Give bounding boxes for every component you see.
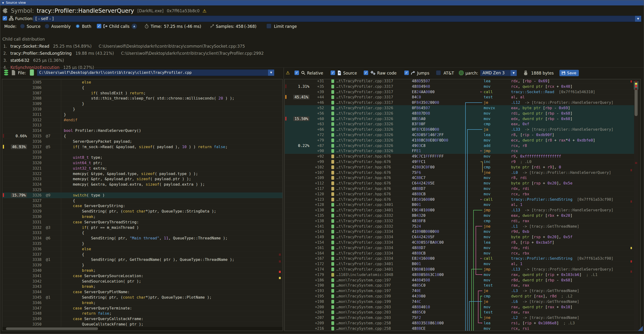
child-calls-checkbox[interactable]: ✓ [96,23,102,28]
source-line[interactable]: 3329 SendString( ptr, (const char*)ptr, … [2,208,282,214]
source-line[interactable]: 0.66%3315@7{ [2,133,282,139]
asm-row[interactable]: +190…mon\TracySystem.cpp:1974885C0testra… [285,283,634,288]
asm-row[interactable]: +128…t\TracyProfiler.cpp:3401B001moval, … [285,202,634,208]
asm-row[interactable]: +141…t\TracyProfiler.cpp:33327524jne.L1 … [285,224,634,229]
asm-row[interactable]: +207…mon\TracySystem.cpp:20375F2jne.L2 -… [285,315,634,321]
asm-source-location[interactable]: …1103\include\atomic:1048 [336,272,393,277]
asm-source-location[interactable]: …t\TracyProfiler.hpp:676 [336,165,391,170]
source-line[interactable]: 3323 memcpy( &ptr, &payload.ptr, sizeof(… [2,176,282,182]
asm-source-location[interactable]: …t\TracyProfiler.cpp:3326 [336,143,393,148]
child-calls-expand-button[interactable]: ▲ [131,23,137,29]
source-line[interactable]: 3349 case ServerQueryCallstackFrame: [2,316,282,322]
source-line[interactable]: 3316 ServerQueryPacket payload; [2,139,282,144]
source-line[interactable]: 3335 } [2,241,282,246]
asm-row[interactable]: 15.50%+60…t\TracyProfiler.cpp:33268B55A0… [285,116,634,122]
asm-source-location[interactable]: …t\TracyProfiler.cpp:3401 [336,267,393,272]
source-line[interactable]: 3341 case ServerQuerySourceLocation: [2,273,282,279]
source-line[interactable]: 3347 case ServerQueryTerminate: [2,306,282,311]
child-call-item[interactable]: 1.tracy::Socket::Read25.25 ms (54.89%)C:… [3,44,245,49]
asm-row[interactable]: +79…t\TracyProfiler.cpp:3326418B8C80E0BF… [285,138,634,143]
asm-row[interactable]: 45.41%+44…t\TracyProfiler.cpp:331784C0te… [285,94,634,100]
source-line[interactable]: 3321 uint32_t extra; [2,166,282,171]
window-titlebar[interactable]: ▼Source view [0,0,644,5]
asm-source-location[interactable]: …t\TracyProfiler.cpp:3332 [336,218,393,224]
asm-source-location[interactable]: …t\TracyProfiler.hpp:676 [336,170,391,175]
asm-source-location[interactable]: …t\TracyProfiler.cpp:3334 [336,234,393,240]
asm-row[interactable]: +172…t\TracyProfiler.cpp:3401B001moval, … [285,261,634,267]
asm-row[interactable]: 1.31%+35…t\TracyProfiler.cpp:3317488B494… [285,84,634,89]
asm-source-location[interactable]: …t\TracyProfiler.cpp:3317 [336,79,393,84]
mode-radio-both[interactable] [75,24,80,28]
asm-source-location[interactable]: …t\TracyProfiler.cpp:3326 [336,127,393,132]
source-line[interactable]: 3319 uint8_t type; [2,155,282,161]
asm-source-location[interactable]: …t\TracyProfiler.cpp:3334 [336,229,393,234]
asm-source-location[interactable]: …t\TracyProfiler.cpp:3332 [336,213,393,218]
asm-source-location[interactable]: …t\TracyProfiler.cpp:3326 [336,148,393,154]
asm-source-location[interactable]: …t\TracyProfiler.cpp:3326 [336,121,393,127]
asm-row[interactable]: +63…t\TracyProfiler.cpp:332683F80Fcmpeax… [285,121,634,127]
asm-source-location[interactable]: …t\TracyProfiler.cpp:3317 [336,89,393,95]
asm-source-location[interactable]: …t\TracyProfiler.cpp:3334 [336,256,393,261]
collapse-triangle-icon[interactable]: ▼ [2,0,4,6]
source-line[interactable]: 3314bool Profiler::HandleServerQuery() [2,128,282,134]
source-pane[interactable]: 3305 else3306 {3307 if( shouldExit ) ret… [2,79,283,331]
source-line[interactable]: 3331 case ServerQueryThreadString: [2,219,282,225]
jumps-checkbox[interactable]: ✓ [404,70,409,75]
asm-row[interactable]: +135…t\TracyProfiler.cpp:33328B4320movea… [285,213,634,218]
source-line[interactable]: 3320 uint64_t ptr; [2,160,282,166]
asm-row[interactable]: +66…t\TracyProfiler.cpp:33260F87CE060000… [285,127,634,132]
child-call-item[interactable]: 2.tracy::Profiler::SendLongString19.88 m… [3,51,264,56]
source-line[interactable]: 3322 memcpy( &type, &payload.type, sizeo… [2,171,282,177]
asm-row[interactable]: +216…mon\TracySystem.cpp:258488BCEmovrcx… [285,326,634,331]
chevron-down-icon[interactable]: ▼ [635,16,641,22]
asm-source-location[interactable]: …mon\TracySystem.cpp:203 [336,310,391,315]
source-checkbox[interactable]: ✓ [330,70,335,75]
asm-row[interactable]: +46…t\TracyProfiler.cpp:33170F8435020000… [285,100,634,105]
asm-source-location[interactable]: …mon\TracySystem.cpp:199 [336,299,391,304]
source-line[interactable]: 3310 } [2,106,282,112]
asm-row[interactable]: +149…t\TracyProfiler.cpp:3334C64424205Fm… [285,234,634,240]
asm-source-location[interactable]: …t\TracyProfiler.cpp:3326 [336,116,393,122]
att-checkbox[interactable] [436,70,441,75]
source-line[interactable]: 3350 QueueCallstackFrame( ptr ); [2,322,282,327]
asm-source-location[interactable]: …t\TracyProfiler.cpp:3334 [336,251,393,256]
asm-source-location[interactable]: …mon\TracySystem.cpp:258 [336,320,391,326]
chevron-down-icon[interactable]: ▼ [268,70,274,76]
asm-source-location[interactable]: …t\TracyProfiler.hpp:676 [336,175,391,180]
asm-source-location[interactable]: …t\TracyProfiler.cpp:3334 [336,240,393,245]
asm-source-location[interactable]: …mon\TracySystem.cpp:197 [336,277,391,283]
child-call-item[interactable]: 3.stat64i32625 μs (1.36%) [3,58,64,63]
asm-source-location[interactable]: …t\TracyProfiler.cpp:3317 [336,100,393,105]
asm-row[interactable]: +179…1103\include\atomic:1048488B05B63C1… [285,272,634,278]
source-line[interactable]: 3340 break; [2,268,282,273]
source-line[interactable]: 3305 else [2,79,282,85]
source-line[interactable]: 3345@1 SendString( ptr, (const char*)ptr… [2,295,282,300]
asm-source-location[interactable]: …t\TracyProfiler.hpp:676 [336,154,391,159]
limit-range-checkbox[interactable] [266,23,271,28]
raw-code-checkbox[interactable]: ✓ [364,70,368,75]
asm-row[interactable]: +174…t\TracyProfiler.cpp:3401E9B8010000j… [285,267,634,272]
source-line[interactable]: 3348 return false; [2,311,282,316]
asm-source-location[interactable]: …t\TracyProfiler.cpp:3326 [336,132,393,138]
asm-row[interactable]: +31…t\TracyProfiler.cpp:3317488D5597lear… [285,79,634,84]
asm-source-location[interactable]: …t\TracyProfiler.cpp:3317 [336,84,393,89]
source-line[interactable]: 3318 [2,149,282,155]
source-line[interactable]: 3307 if( shouldExit ) return; [2,90,282,96]
asm-row[interactable]: +200…mon\TracySystem.cpp:203488B4010movr… [285,304,634,310]
asm-row[interactable]: +117…t\TracyProfiler.hpp:676488BD7movrdx… [285,186,634,191]
source-line[interactable]: 3311} [2,112,282,118]
source-line[interactable]: 3339 } [2,262,282,268]
asm-source-location[interactable]: …t\TracyProfiler.hpp:676 [336,191,391,197]
source-line[interactable]: 3337 { [2,252,282,257]
asm-row[interactable]: +193…mon\TracySystem.cpp:197740Eje.L3 ->… [285,288,634,294]
asm-row[interactable]: +143…t\TracyProfiler.cpp:333441B90B00000… [285,229,634,234]
asm-row[interactable]: +109…t\TracyProfiler.hpp:6764C8BC7movr8,… [285,175,634,181]
asm-row[interactable]: +164…t\TracyProfiler.cpp:3334488BCBmovrc… [285,251,634,256]
resize-grip[interactable] [638,326,643,331]
asm-source-location[interactable]: …t\TracyProfiler.cpp:3326 [336,111,393,116]
source-line[interactable]: 3313 [2,122,282,128]
asm-source-location[interactable]: …t\TracyProfiler.hpp:676 [336,180,391,186]
asm-source-location[interactable]: …mon\TracySystem.cpp:197 [336,288,391,293]
asm-source-location[interactable]: …mon\TracySystem.cpp:203 [336,315,391,320]
asm-row[interactable]: +120…t\TracyProfiler.hpp:676488BCBmovrcx… [285,191,634,197]
